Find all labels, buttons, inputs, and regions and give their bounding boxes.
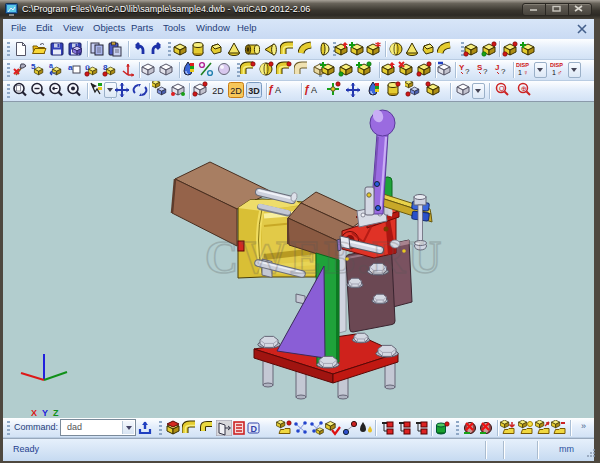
svg-text:3D: 3D [248,86,260,96]
svg-text:ƒ: ƒ [268,83,274,95]
svg-text:?: ? [483,67,488,76]
svg-text:A: A [311,85,317,95]
svg-text:♀: ♀ [523,69,528,76]
svg-text:J: J [495,63,499,72]
svg-text:DISP: DISP [516,62,529,68]
svg-text:2D: 2D [230,86,242,96]
svg-text:Z: Z [53,408,59,418]
svg-text:1: 1 [552,69,556,76]
svg-text:CWEB.RU: CWEB.RU [205,232,445,283]
svg-text:DISP: DISP [550,62,563,68]
svg-text:2D: 2D [212,86,224,96]
svg-text:X: X [31,408,37,418]
svg-text:A: A [275,85,281,95]
svg-text:Y: Y [42,408,48,418]
svg-text:D: D [251,424,258,434]
svg-text:a: a [49,62,53,69]
svg-text:?: ? [501,67,506,76]
svg-text:⊕: ⊕ [521,85,527,92]
svg-text:♂: ♂ [557,69,562,76]
svg-text:Q: Q [499,85,505,93]
svg-text:ƒ: ƒ [304,83,310,95]
svg-text:?: ? [465,67,470,76]
svg-text:1: 1 [518,69,522,76]
svg-text:a: a [68,63,73,72]
